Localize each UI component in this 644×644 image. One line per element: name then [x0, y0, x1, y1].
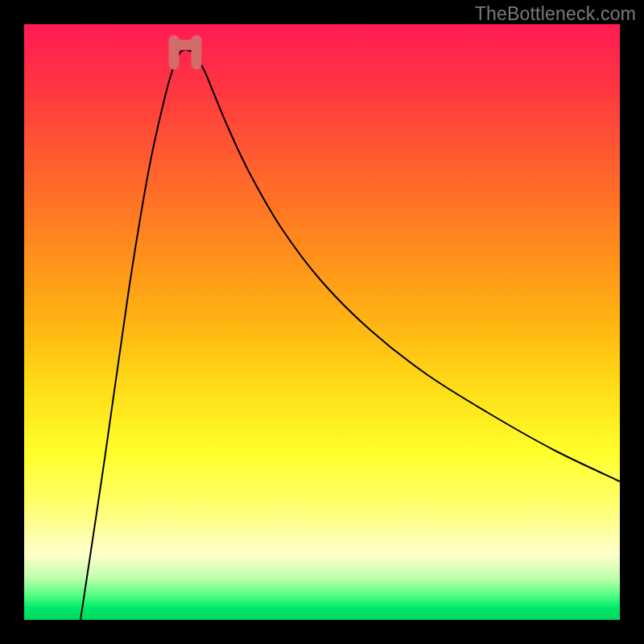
plot-area: [24, 24, 620, 620]
bottleneck-curve-svg: [24, 24, 620, 620]
minimum-marker: [174, 40, 196, 64]
bottleneck-curve-path: [80, 50, 620, 620]
chart-frame: TheBottleneck.com: [0, 0, 644, 644]
watermark-text: TheBottleneck.com: [475, 3, 636, 25]
